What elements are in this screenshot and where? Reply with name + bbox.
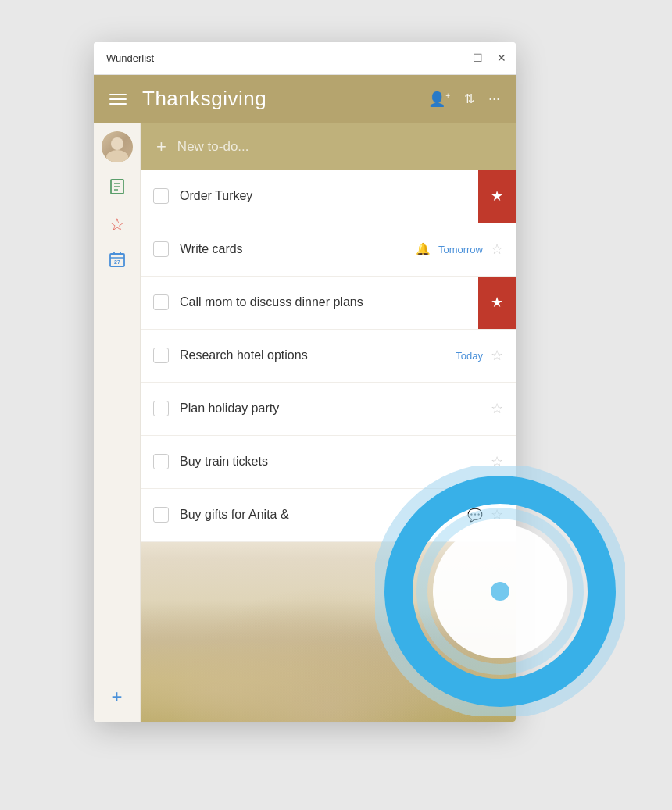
- new-todo-placeholder: New to-do...: [177, 139, 249, 155]
- star-icon: ☆: [109, 215, 125, 235]
- sidebar-item-notes[interactable]: [102, 173, 133, 205]
- todo-meta: ☆: [491, 400, 503, 417]
- sort-icon[interactable]: ⇅: [464, 91, 474, 106]
- todo-checkbox[interactable]: [153, 507, 169, 523]
- list-title: Thanksgiving: [142, 87, 428, 111]
- avatar-image: [102, 131, 133, 162]
- sidebar-item-starred[interactable]: ☆: [102, 209, 133, 241]
- todo-item[interactable]: Order Turkey: [141, 170, 516, 223]
- titlebar-controls: — ☐ ✕: [448, 52, 506, 63]
- reminder-icon: 🔔: [416, 242, 431, 256]
- todo-item[interactable]: Write cards 🔔 Tomorrow ☆: [141, 223, 516, 277]
- header-actions: 👤+ ⇅ ···: [428, 91, 500, 108]
- todo-star[interactable]: ☆: [491, 400, 503, 417]
- todo-checkbox[interactable]: [153, 348, 169, 363]
- close-button[interactable]: ✕: [497, 52, 506, 63]
- notes-icon: [109, 178, 126, 199]
- todo-checkbox[interactable]: [153, 454, 169, 469]
- todo-star[interactable]: ☆: [491, 506, 503, 523]
- content-area: + New to-do... Order Turkey Write cards …: [141, 123, 516, 722]
- titlebar: Wunderlist — ☐ ✕: [94, 42, 516, 75]
- todo-item[interactable]: Buy gifts for Anita & 💬 ☆: [141, 489, 516, 542]
- todo-checkbox[interactable]: [153, 188, 169, 204]
- todo-text: Research hotel options: [180, 348, 445, 362]
- comment-icon: 💬: [467, 508, 483, 523]
- main-layout: ☆ 27 +: [94, 123, 516, 722]
- todo-meta: ☆: [491, 453, 503, 470]
- todo-meta: Today ☆: [456, 347, 503, 364]
- app-window: Wunderlist — ☐ ✕ Thanksgiving 👤+ ⇅ ···: [94, 42, 516, 722]
- hamburger-menu[interactable]: [109, 94, 127, 105]
- app-title: Wunderlist: [106, 52, 448, 64]
- add-list-button[interactable]: +: [102, 681, 133, 712]
- add-person-icon[interactable]: 👤+: [428, 91, 450, 108]
- todo-item[interactable]: Call mom to discuss dinner plans: [141, 277, 516, 330]
- todo-text: Plan holiday party: [180, 401, 480, 416]
- todo-item[interactable]: Plan holiday party ☆: [141, 383, 516, 436]
- todo-meta: 🔔 Tomorrow ☆: [416, 241, 503, 258]
- new-todo-plus-icon: +: [156, 138, 166, 155]
- todo-text: Buy gifts for Anita &: [180, 508, 456, 522]
- todo-star[interactable]: ☆: [491, 347, 503, 364]
- todo-item[interactable]: Research hotel options Today ☆: [141, 330, 516, 383]
- todo-checkbox[interactable]: [153, 294, 169, 310]
- star-badge: [478, 170, 516, 223]
- todo-checkbox[interactable]: [153, 241, 169, 257]
- todo-checkbox[interactable]: [153, 401, 169, 416]
- avatar[interactable]: [102, 131, 133, 162]
- todo-text: Buy train tickets: [180, 455, 480, 469]
- sidebar: ☆ 27 +: [94, 123, 141, 722]
- new-todo-row[interactable]: + New to-do...: [141, 123, 516, 170]
- todo-text: Order Turkey: [180, 189, 467, 203]
- todo-meta: 💬 ☆: [467, 506, 503, 523]
- calendar-icon: 27: [109, 251, 126, 271]
- todo-date: Tomorrow: [438, 244, 483, 255]
- todo-date: Today: [456, 350, 483, 362]
- minimize-button[interactable]: —: [448, 52, 459, 63]
- maximize-button[interactable]: ☐: [473, 52, 483, 63]
- plus-icon: +: [111, 686, 122, 708]
- star-badge: [478, 277, 516, 329]
- more-options-icon[interactable]: ···: [488, 91, 500, 107]
- todo-list: Order Turkey Write cards 🔔 Tomorrow ☆: [141, 170, 516, 722]
- todo-star[interactable]: ☆: [491, 241, 503, 258]
- sidebar-item-calendar[interactable]: 27: [102, 245, 133, 277]
- todo-text: Call mom to discuss dinner plans: [180, 295, 467, 309]
- todo-text: Write cards: [180, 242, 405, 256]
- svg-text:27: 27: [114, 259, 120, 265]
- todo-item[interactable]: Buy train tickets ☆: [141, 436, 516, 489]
- app-header: Thanksgiving 👤+ ⇅ ···: [94, 75, 516, 123]
- todo-star[interactable]: ☆: [491, 453, 503, 470]
